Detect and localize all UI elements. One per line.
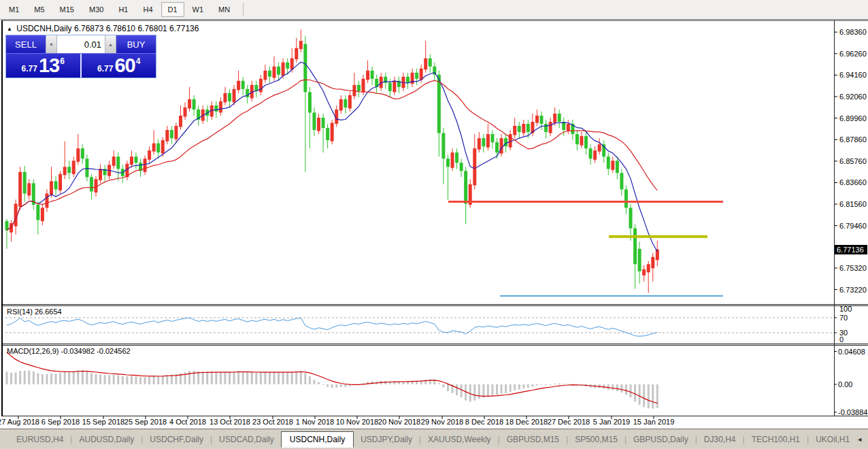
date-tick-label: 20 Nov 2018 (378, 418, 420, 426)
chart-title: ▲ USDCNH,Daily 6.76873 6.78610 6.76801 6… (7, 24, 199, 33)
price-tick-label: 6.73220 (839, 286, 867, 294)
tab-audusd-daily[interactable]: AUDUSD,Daily (72, 432, 141, 447)
tab-usdchf-daily[interactable]: USDCHF,Daily (143, 432, 210, 447)
date-tick-label: 27 Aug 2018 (0, 418, 39, 426)
tab-usdjpy-daily[interactable]: USDJPY,Daily (354, 432, 419, 447)
price-tick-label: 6.87860 (839, 135, 867, 144)
tab-ukoil-h1[interactable]: UKOil,H1 (809, 432, 856, 447)
date-tick-label: 4 Oct 2018 (169, 418, 206, 426)
volume-input[interactable] (57, 35, 105, 53)
tab-scroll-controls: ◄► (856, 436, 868, 443)
trade-panel-prices: 6.77 13 6 6.77 60 4 (6, 53, 156, 78)
date-tick-label: 18 Dec 2018 (505, 418, 548, 426)
ma-slow (7, 80, 657, 230)
tab-gbpusd-m15[interactable]: GBPUSD,M15 (500, 432, 566, 447)
current-price-badge: 6.77136 (835, 245, 867, 254)
ma-slow-line (7, 80, 657, 230)
macd-tick-label: 0.04608 (838, 348, 865, 356)
symbol-marker-icon: ▲ (7, 26, 12, 32)
price-tick-label: 6.75320 (839, 264, 867, 272)
buy-price-sup: 4 (136, 54, 141, 66)
date-tick-label: 8 Dec 2018 (465, 418, 503, 426)
sell-price-display[interactable]: 6.77 13 6 (6, 54, 80, 78)
trading-terminal-window: M1M5M15M30H1H4D1W1MN 6.983606.962606.941… (0, 0, 868, 449)
rsi-indicator-label: RSI(14) 26.6654 (7, 307, 62, 316)
price-tick-label: 6.89960 (839, 114, 867, 122)
tab-gbpusd-daily[interactable]: GBPUSD,Daily (627, 432, 695, 447)
triangle-down-icon: ▼ (49, 42, 54, 47)
date-tick-label: 15 Jan 2019 (633, 418, 675, 426)
tab-eurusd-h4[interactable]: EURUSD,H4 (10, 432, 70, 447)
date-tick-label: 13 Oct 2018 (210, 418, 250, 426)
sell-price-sup: 6 (60, 54, 65, 66)
ma-fast (7, 62, 657, 251)
price-tick-label: 6.98360 (839, 28, 867, 36)
tab-dj30-h4[interactable]: DJ30,H4 (697, 432, 743, 447)
sell-price-big: 13 (39, 54, 59, 78)
price-tick-label: 6.94160 (839, 71, 867, 79)
macd-indicator-label: MACD(12,26,9) -0.034982 -0.024562 (7, 347, 131, 355)
one-click-trading-panel: SELL ▼ ▲ BUY 6.77 13 6 6.77 60 4 (5, 35, 156, 78)
rsi-line (7, 318, 657, 336)
sell-button[interactable]: SELL (6, 35, 46, 53)
price-tick-label: 6.81560 (839, 200, 867, 208)
ma-fast-line (7, 62, 657, 251)
tab-xauusd-weekly[interactable]: XAUUSD,Weekly (421, 432, 497, 447)
symbol-tab-bar: EURUSD,H4|AUDUSD,Daily|USDCHF,Daily|USDC… (0, 429, 868, 449)
tab-sp500-m15[interactable]: SP500,M15 (568, 432, 624, 447)
price-tick-label: 6.79460 (839, 222, 867, 230)
chart-ohlc-values: 6.76873 6.78610 6.76801 6.77136 (74, 24, 199, 33)
tab-scroll-left-button[interactable]: ◄ (856, 436, 863, 443)
rsi-tick-label: 100 (839, 305, 852, 313)
macd-pane: 0.046080.00-0.038842 (6, 348, 868, 416)
date-tick-label: 25 Sep 2018 (124, 418, 167, 426)
macd-tick-label: -0.038842 (838, 408, 868, 416)
date-tick-label: 29 Nov 2018 (421, 418, 463, 426)
price-tick-label: 6.85760 (839, 157, 867, 165)
macd-tick-label: 0.00 (838, 380, 852, 388)
volume-increase-button[interactable]: ▲ (105, 35, 116, 53)
buy-price-prefix: 6.77 (97, 64, 113, 78)
buy-button[interactable]: BUY (116, 35, 156, 53)
chart-symbol-label: USDCNH,Daily (16, 24, 71, 33)
date-tick-label: 1 Nov 2018 (296, 418, 334, 426)
triangle-up-icon: ▲ (108, 42, 113, 47)
date-tick-label: 6 Sep 2018 (41, 418, 80, 426)
trade-panel-controls: SELL ▼ ▲ BUY (6, 35, 156, 53)
sell-price-prefix: 6.77 (22, 64, 37, 78)
buy-price-display[interactable]: 6.77 60 4 (82, 54, 156, 78)
rsi-tick-label: 70 (839, 314, 848, 322)
date-tick-label: 15 Sep 2018 (82, 418, 124, 426)
tab-usdcnh-daily[interactable]: USDCNH,Daily (281, 431, 354, 448)
tab-usdcad-daily[interactable]: USDCAD,Daily (212, 432, 281, 447)
price-tick-label: 6.92060 (839, 93, 867, 101)
rsi-tick-label: 0 (839, 335, 844, 344)
buy-price-big: 60 (114, 54, 135, 78)
price-tick-label: 6.83660 (839, 178, 867, 186)
date-tick-label: 27 Dec 2018 (548, 418, 590, 426)
rsi-pane: 10070300 (5, 305, 852, 344)
tab-tech100-h1[interactable]: TECH100,H1 (745, 432, 807, 447)
date-tick-label: 23 Oct 2018 (252, 418, 293, 426)
date-tick-label: 10 Nov 2018 (336, 418, 378, 426)
date-axis: 27 Aug 20186 Sep 201815 Sep 201825 Sep 2… (0, 416, 674, 426)
date-tick-label: 5 Jan 2019 (593, 418, 630, 426)
volume-decrease-button[interactable]: ▼ (46, 35, 57, 53)
level-lines (448, 201, 723, 295)
price-tick-label: 6.96260 (839, 50, 867, 58)
